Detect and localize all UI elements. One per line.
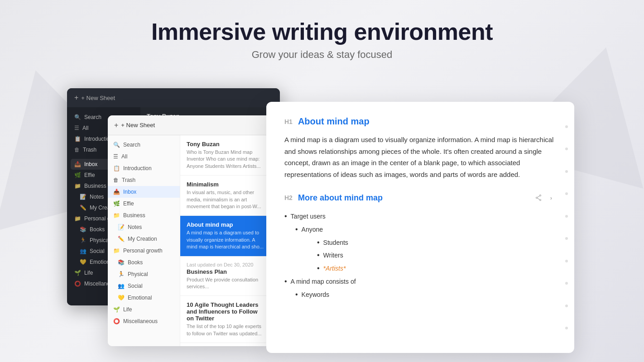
- light-panel: + + New Sheet 🔍 Search ☰ All 📋 Introduct…: [108, 115, 271, 346]
- physical-icon: 🏃: [118, 271, 125, 277]
- section1-title: H1 About mind map: [284, 116, 556, 127]
- light-list-about-mind[interactable]: About mind map A mind map is a diagram u…: [180, 216, 271, 256]
- light-list-minimalism[interactable]: Minimalism In visual arts, music, and ot…: [180, 176, 271, 216]
- light-body: 🔍 Search ☰ All 📋 Introduction 🗑 Trash 📥: [108, 135, 271, 346]
- editor-section1: H1 About mind map A mind map is a diagra…: [284, 116, 556, 180]
- dot: [565, 260, 568, 262]
- page-subtitle: Grow your ideas & stay focused: [0, 49, 644, 61]
- light-nav-notes[interactable]: 📝 Notes: [108, 221, 180, 233]
- h2-marker: H2: [284, 194, 293, 201]
- plus-icon: +: [74, 94, 78, 102]
- light-nav-search[interactable]: 🔍 Search: [108, 139, 180, 151]
- bullet-consists-of: A mind map consists of: [284, 275, 556, 288]
- light-sidebar: 🔍 Search ☰ All 📋 Introduction 🗑 Trash 📥: [108, 135, 180, 346]
- light-list-agile[interactable]: 10 Agile Thought Leaders and Influencers…: [180, 296, 271, 343]
- light-plus-icon: +: [114, 121, 118, 129]
- light-nav-trash[interactable]: 🗑 Trash: [108, 174, 180, 186]
- notes-icon: 📝: [80, 194, 87, 200]
- emotional-icon: 💛: [80, 259, 87, 265]
- life-icon: 🌱: [74, 270, 81, 276]
- physical-icon: 🏃: [80, 237, 87, 243]
- effie-icon: 🌿: [74, 172, 81, 178]
- bullet-artists: *Artists*: [317, 262, 556, 275]
- light-nav-introduction[interactable]: 📋 Introduction: [108, 162, 180, 174]
- light-nav-business[interactable]: 📁 Business: [108, 210, 180, 221]
- light-nav-inbox[interactable]: 📥 Inbox: [108, 186, 180, 198]
- page-title: Immersive writing environment: [0, 18, 644, 45]
- effie-icon: 🌿: [113, 200, 120, 207]
- misc-icon: ⭕: [113, 318, 120, 324]
- bullet-students: Students: [317, 236, 556, 249]
- light-add-sheet-btn[interactable]: + + New Sheet: [114, 121, 155, 129]
- dot: [565, 170, 568, 173]
- light-nav-social[interactable]: 👥 Social: [108, 280, 180, 292]
- light-nav-books[interactable]: 📚 Books: [108, 257, 180, 268]
- social-icon: 👥: [80, 248, 87, 254]
- inbox-icon: 📥: [113, 189, 120, 195]
- bullet-list: Target users Anyone Students Writers: [284, 210, 556, 301]
- more-btn[interactable]: ›: [546, 193, 556, 203]
- dot: [565, 215, 568, 218]
- svg-line-3: [537, 196, 539, 198]
- dot: [565, 305, 568, 307]
- personal-growth-icon: 📁: [74, 215, 81, 222]
- light-nav-life[interactable]: 🌱 Life: [108, 304, 180, 315]
- search-icon: 🔍: [113, 142, 120, 148]
- inbox-icon: 📥: [74, 161, 81, 167]
- editor-panel: H1 About mind map A mind map is a diagra…: [266, 102, 574, 353]
- dot: [565, 237, 568, 240]
- svg-line-4: [537, 198, 539, 200]
- all-icon: ☰: [113, 153, 118, 160]
- svg-point-0: [540, 195, 541, 196]
- dot: [565, 327, 568, 329]
- light-nav-all[interactable]: ☰ All: [108, 151, 180, 162]
- page-header: Immersive writing environment Grow your …: [0, 18, 644, 61]
- creation-icon: ✏️: [118, 236, 125, 242]
- share-btn[interactable]: [533, 193, 543, 203]
- social-icon: 👥: [118, 283, 125, 289]
- business-folder-icon: 📁: [113, 212, 120, 219]
- misc-icon: ⭕: [74, 281, 81, 287]
- editor-section2: H2 More about mind map ›: [284, 193, 556, 301]
- dark-add-sheet-btn[interactable]: + + New Sheet: [74, 94, 115, 102]
- light-nav-effie[interactable]: 🌿 Effie: [108, 198, 180, 210]
- trash-icon: 🗑: [74, 147, 80, 153]
- dot: [565, 282, 568, 285]
- dark-panel-header: + + New Sheet: [67, 88, 280, 107]
- dot: [565, 192, 568, 195]
- all-icon: ☰: [74, 125, 79, 131]
- ui-container: + + New Sheet 🔍 Search ☰ All 📋 Introduct…: [67, 88, 574, 355]
- light-nav-physical[interactable]: 🏃 Physical: [108, 268, 180, 280]
- intro-icon: 📋: [113, 165, 120, 171]
- dot: [565, 148, 568, 150]
- light-panel-header: + + New Sheet: [108, 115, 271, 135]
- light-nav-emotional[interactable]: 💛 Emotional: [108, 292, 180, 304]
- books-icon: 📚: [80, 226, 87, 233]
- svg-point-1: [540, 200, 541, 201]
- light-list-business[interactable]: Last updated on Dec 30, 2020 Business Pl…: [180, 257, 271, 296]
- chevron-right-icon: ›: [550, 195, 552, 201]
- trash-icon: 🗑: [113, 177, 119, 183]
- bullet-keywords: Keywords: [295, 288, 556, 301]
- editor-body[interactable]: A mind map is a diagram used to visually…: [284, 134, 556, 180]
- emotional-icon: 💛: [118, 295, 125, 301]
- personal-growth-icon: 📁: [113, 248, 120, 254]
- light-nav-misc[interactable]: ⭕ Miscellaneous: [108, 315, 180, 327]
- svg-point-2: [536, 197, 538, 199]
- bullet-writers: Writers: [317, 249, 556, 262]
- light-list-reading[interactable]: On Reading My experience as a Gazan girl…: [180, 343, 271, 346]
- business-icon: 📁: [74, 183, 81, 189]
- intro-icon: 📋: [74, 136, 81, 142]
- light-list-tony[interactable]: Tony Buzan Who is Tony Buzan Mind map In…: [180, 135, 271, 176]
- search-icon: 🔍: [74, 114, 81, 120]
- life-icon: 🌱: [113, 306, 120, 313]
- h1-marker: H1: [284, 118, 293, 125]
- books-icon: 📚: [118, 259, 125, 266]
- section2-title: H2 More about mind map ›: [284, 193, 556, 203]
- notes-icon: 📝: [118, 224, 125, 230]
- bullet-anyone: Anyone: [295, 223, 556, 236]
- decorative-dots: [565, 102, 568, 353]
- light-nav-my-creation[interactable]: ✏️ My Creation: [108, 233, 180, 245]
- light-nav-personal-growth[interactable]: 📁 Personal growth: [108, 245, 180, 257]
- bullet-target-users: Target users: [284, 210, 556, 223]
